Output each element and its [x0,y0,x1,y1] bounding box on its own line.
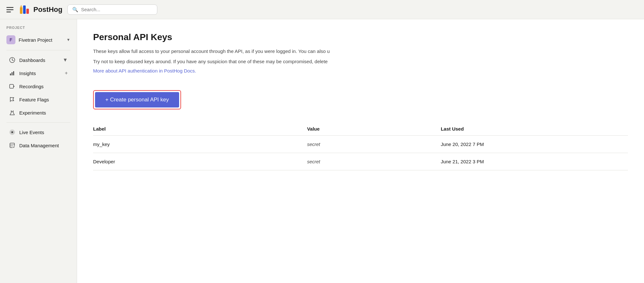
api-keys-table: Label Value Last Used my_key secret June… [93,122,628,170]
menu-icon[interactable] [6,6,13,13]
svg-marker-6 [20,5,22,7]
search-icon: 🔍 [72,7,78,13]
sidebar-item-experiments[interactable]: Experiments [3,106,74,119]
table-cell-label: Developer [93,153,307,170]
svg-rect-3 [20,7,22,14]
table-cell-label: my_key [93,136,307,153]
sidebar: PROJECT F Fivetran Project ▼ Dashboards … [0,19,77,283]
chevron-down-icon: ▼ [63,57,68,63]
sidebar-item-label: Feature Flags [19,97,68,102]
table-header-lastused: Last Used [441,122,628,136]
table-row: my_key secret June 20, 2022 7 PM [93,136,628,153]
sidebar-item-live-events[interactable]: Live Events [3,126,74,139]
svg-marker-12 [13,86,15,87]
svg-point-14 [11,131,13,133]
svg-rect-1 [6,9,13,10]
svg-rect-5 [26,9,29,14]
sidebar-section-label: PROJECT [0,26,77,33]
search-box[interactable]: 🔍 [67,4,157,15]
svg-rect-4 [23,5,26,14]
table-header-label: Label [93,122,307,136]
svg-rect-10 [13,71,14,75]
project-selector[interactable]: F Fivetran Project ▼ [0,33,77,47]
sidebar-item-feature-flags[interactable]: Feature Flags [3,93,74,106]
sidebar-item-label: Data Management [19,143,68,148]
svg-rect-9 [12,72,13,75]
insights-icon [9,70,15,76]
sidebar-item-insights[interactable]: Insights + [3,67,74,80]
data-management-icon [9,142,15,149]
table-header-value: Value [307,122,441,136]
search-input[interactable] [81,7,152,12]
table-cell-value: secret [307,136,441,153]
feature-flags-icon [9,96,15,103]
description-line1: These keys allow full access to your per… [93,47,382,55]
svg-rect-2 [6,12,11,13]
main-layout: PROJECT F Fivetran Project ▼ Dashboards … [0,19,644,283]
table-row: Developer secret June 21, 2022 3 PM [93,153,628,170]
docs-link[interactable]: More about API authentication in PostHog… [93,68,196,73]
svg-rect-8 [10,73,11,75]
project-name: Fivetran Project [19,37,63,43]
create-api-key-button[interactable]: + Create personal API key [95,92,179,107]
table-cell-lastused: June 21, 2022 3 PM [441,153,628,170]
dashboard-icon [9,57,15,63]
content-area: Personal API Keys These keys allow full … [77,19,644,283]
logo-text: PostHog [33,5,62,14]
sidebar-item-label: Dashboards [19,57,59,63]
sidebar-divider [6,50,70,50]
chevron-down-icon: ▼ [66,38,70,42]
sidebar-item-label: Live Events [19,130,68,135]
create-key-highlight: + Create personal API key [93,90,181,109]
page-title: Personal API Keys [93,32,628,42]
topbar: PostHog 🔍 [0,0,644,19]
svg-rect-11 [10,84,13,88]
svg-rect-0 [6,7,13,8]
table-cell-value: secret [307,153,441,170]
sidebar-divider-2 [6,122,70,123]
description-line2: Try not to keep disused keys around. If … [93,58,382,65]
recordings-icon [9,83,15,90]
sidebar-item-label: Experiments [19,110,68,116]
sidebar-item-recordings[interactable]: Recordings [3,80,74,93]
logo: PostHog [19,4,62,16]
live-events-icon [9,129,15,135]
experiments-icon [9,109,15,116]
plus-icon[interactable]: + [65,70,68,76]
sidebar-item-label: Insights [19,71,61,76]
sidebar-item-dashboards[interactable]: Dashboards ▼ [3,54,74,66]
table-cell-lastused: June 20, 2022 7 PM [441,136,628,153]
sidebar-item-label: Recordings [19,84,68,89]
project-avatar: F [6,35,15,44]
sidebar-item-data-management[interactable]: Data Management [3,139,74,152]
